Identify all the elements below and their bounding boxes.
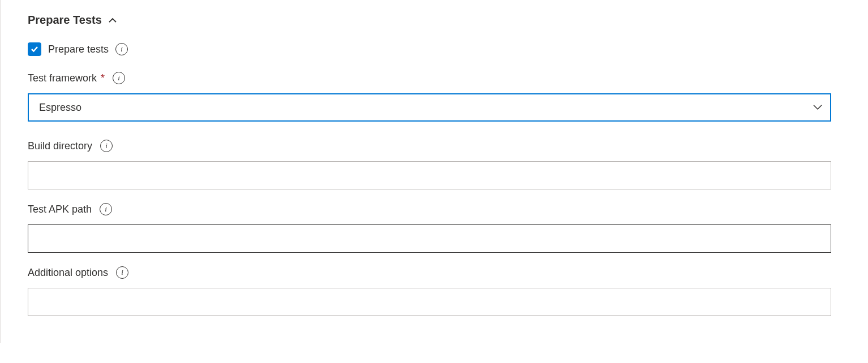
build-directory-input[interactable] [28,161,831,189]
test-framework-label: Test framework * [28,72,105,84]
prepare-tests-checkbox-label: Prepare tests [48,44,109,55]
test-framework-select[interactable] [28,93,831,122]
test-apk-path-input[interactable] [28,224,831,253]
test-apk-path-label-row: Test APK path i [28,203,841,215]
info-icon[interactable]: i [115,43,128,55]
info-icon[interactable]: i [100,203,112,215]
build-directory-label: Build directory [28,140,92,152]
required-mark: * [98,72,105,84]
info-icon[interactable]: i [116,266,128,279]
test-apk-path-label: Test APK path [28,204,92,215]
prepare-tests-checkbox-row: Prepare tests i [28,42,841,56]
additional-options-input[interactable] [28,288,831,316]
info-icon[interactable]: i [113,72,125,84]
build-directory-label-row: Build directory i [28,140,841,152]
additional-options-label: Additional options [28,267,108,279]
prepare-tests-section: Prepare Tests Prepare tests i Test frame… [0,0,868,343]
prepare-tests-checkbox[interactable] [28,42,41,56]
test-framework-label-row: Test framework * i [28,72,841,84]
section-title: Prepare Tests [28,14,102,27]
chevron-up-icon [109,16,117,24]
section-header[interactable]: Prepare Tests [28,14,841,27]
additional-options-label-row: Additional options i [28,266,841,279]
test-framework-select-wrapper [28,93,831,122]
info-icon[interactable]: i [100,140,113,152]
